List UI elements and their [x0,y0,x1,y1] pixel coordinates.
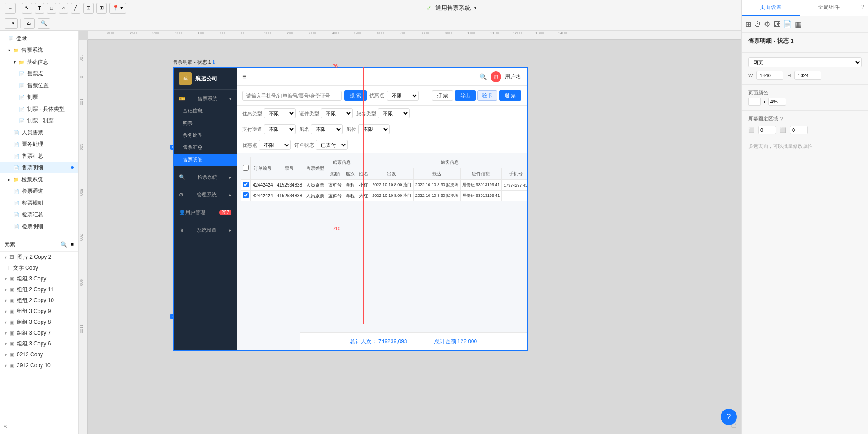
tab-global-components[interactable]: 全局组件 [800,0,858,16]
layer-personnel-tickets[interactable]: 📄 人员售票 [0,126,78,138]
layer-ticket-point[interactable]: 📄 售票点 [0,68,78,79]
tool-circle[interactable]: ○ [59,3,68,14]
element-group3-copy8[interactable]: ▾ ▣ 组组 3 Copy 8 [0,317,78,327]
layer-inspection-rules[interactable]: 📄 检票规则 [0,197,78,209]
layer-system[interactable]: 📄 制票 [0,91,78,103]
file-icon[interactable]: 📄 [783,20,792,28]
layers-icon[interactable]: ⊞ [745,20,751,28]
action-buttons: 打 票 导出 验卡 退 票 [432,90,521,101]
layer-ticket-type-specific[interactable]: 📄 制票 - 具体类型 [0,103,78,115]
left-panel: 📄 登录 ▾ 📁 售票系统 ▾ 📁 基础信息 📄 售票点 📄 售票位置 📄 制票… [0,31,79,434]
nav-item-ticket-details[interactable]: 售票明细 [174,154,237,166]
ruler-mark: 200 [287,31,293,35]
help-button[interactable]: ? [721,409,737,425]
berth-select[interactable]: 不限 [358,124,390,134]
discount-point-select[interactable]: 不限 [259,140,291,150]
passenger-type-select[interactable]: 不限 [378,108,410,118]
main-search-input[interactable] [242,91,342,101]
height-input[interactable] [794,71,821,80]
tool-line[interactable]: ╱ [71,3,80,14]
help-icon[interactable]: ? [780,116,783,122]
settings-icon[interactable]: ⚙ [764,20,770,28]
layer-inspection-details[interactable]: 📄 检票明细 [0,220,78,232]
folder-button[interactable]: 🗂 [24,18,35,29]
element-group2-copy11[interactable]: ▾ ▣ 组组 2 Copy 11 [0,284,78,295]
width-input[interactable] [756,71,783,80]
top-icon: ⬜ [748,127,755,133]
sort-icon[interactable]: ≡ [70,241,74,248]
nav-section-ticketing-header[interactable]: 🎫 售票系统 ▾ [174,93,237,105]
search-layers-button[interactable]: 🔍 [38,18,50,29]
card-button[interactable]: 验卡 [477,90,497,101]
nav-item-purchase[interactable]: 购票 [174,117,237,129]
nav-item-basic-info[interactable]: 基础信息 [174,105,237,117]
element-3912-copy10[interactable]: ▾ ▣ 3912 Copy 10 [0,360,78,371]
ship-select[interactable]: 不限 [311,124,343,134]
fixed-bottom-input[interactable] [790,126,808,134]
nav-section-management-header[interactable]: ⚙ 管理系统 ▸ [174,189,237,201]
nav-type-select[interactable]: 网页 [748,57,862,67]
element-group3-copy6[interactable]: ▾ ▣ 组组 3 Copy 6 [0,338,78,349]
back-button[interactable]: ← [5,3,16,14]
layer-inspection-system[interactable]: ▸ 📁 检票系统 [0,173,78,185]
layer-ticket-summary[interactable]: 📄 售票汇总 [0,150,78,162]
nav-item-ticket-summary[interactable]: 售票汇总 [174,141,237,154]
ruler-mark: 300 [309,31,316,35]
layer-inspection-notification[interactable]: 📄 检票通道 [0,185,78,197]
layer-ticket-position[interactable]: 📄 售票位置 [0,79,78,91]
tool-rect[interactable]: □ [47,3,57,14]
layer-ticket-details[interactable]: 📄 售票明细 [0,162,78,173]
select-all-checkbox[interactable] [243,165,249,171]
layer-basic-info[interactable]: ▾ 📁 基础信息 [0,56,78,68]
tool-cursor[interactable]: ↖ [22,3,32,14]
opacity-input[interactable] [768,98,786,106]
collapse-panel-button[interactable]: « [4,422,7,429]
fixed-area-inputs: ⬜ ⬜ [748,126,862,134]
color-swatch[interactable] [748,98,761,106]
element-group2-copy10[interactable]: ▾ ▣ 组组 2 Copy 10 [0,295,78,306]
grid-icon[interactable]: ▦ [795,20,802,28]
nav-section-inspection-header[interactable]: 🔍 检票系统 ▸ [174,171,237,183]
tab-help[interactable]: ? [858,0,868,16]
cell-ship: 蓝鲜号 [326,191,344,201]
payment-select[interactable]: 不限 [264,124,296,134]
nav-item-ticket-processing[interactable]: 票务处理 [174,129,237,141]
element-text-copy[interactable]: T 文字 Copy [0,262,78,273]
row-checkbox[interactable] [243,182,249,187]
layer-ticket-system[interactable]: 📄 制票 - 制票 [0,115,78,126]
layer-ticketing-system[interactable]: ▾ 📁 售票系统 [0,44,78,56]
add-button[interactable]: + ▾ [5,18,18,29]
order-status-select[interactable]: 已支付 [316,140,348,150]
fixed-top-input[interactable] [758,126,776,134]
element-0212-copy[interactable]: ▾ ▣ 0212 Copy [0,349,78,360]
layer-signin[interactable]: 📄 登录 [0,33,78,44]
clock-icon[interactable]: ⏱ [754,20,761,28]
menu-icon[interactable]: ≡ [242,73,246,81]
tool-text[interactable]: T [35,3,44,14]
layer-inspection-summary[interactable]: 📄 检票汇总 [0,209,78,220]
image-icon-right[interactable]: 🖼 [773,20,780,28]
ruler-mark-v: 0 [79,76,84,78]
discount-type-select[interactable]: 不限 [264,108,296,118]
tool-frame[interactable]: ⊡ [83,3,94,14]
export-button[interactable]: 导出 [455,90,476,101]
tab-page-settings[interactable]: 页面设置 [742,0,800,16]
nav-section-settings-header[interactable]: 🗓 系统设置 ▸ [174,224,237,236]
element-group3-copy9[interactable]: ▾ ▣ 组组 3 Copy 9 [0,306,78,317]
print-button[interactable]: 打 票 [432,90,453,101]
row-checkbox[interactable] [243,192,249,198]
layer-ticket-processing[interactable]: 📄 票务处理 [0,138,78,150]
tool-marker[interactable]: 📍 ▾ [109,3,126,14]
refund-button[interactable]: 退 票 [499,90,521,101]
id-type-select[interactable]: 不限 [321,108,353,118]
th-ticket-no: 票号 [275,157,304,180]
tool-image[interactable]: ⊞ [96,3,107,14]
priority-select[interactable]: 不限 [387,91,419,101]
search-elements-icon[interactable]: 🔍 [60,241,67,248]
element-img-copy2[interactable]: ▾ 🖼 图片 2 Copy 2 [0,252,78,262]
nav-section-users-header[interactable]: 👤 用户管理 257 [174,206,237,219]
element-group3-copy7[interactable]: ▾ ▣ 组组 3 Copy 7 [0,327,78,338]
element-group3-copy[interactable]: ▾ ▣ 组组 3 Copy [0,273,78,284]
topbar-search-icon[interactable]: 🔍 [479,73,487,80]
ruler-mark: -250 [128,31,137,35]
